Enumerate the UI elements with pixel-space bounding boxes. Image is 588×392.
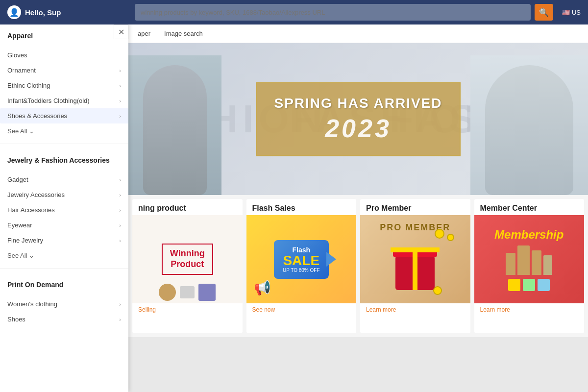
see-all-jewelry[interactable]: See All ⌄ <box>0 248 128 263</box>
gift-container <box>395 244 435 290</box>
member-item-2 <box>523 279 535 291</box>
flag-icon: 🇺🇸 <box>562 9 570 16</box>
chevron-right-icon: › <box>119 83 121 89</box>
winning-product-card: ning product WinningProduct Selling <box>132 199 243 333</box>
sidebar-item-gloves[interactable]: Gloves <box>0 48 128 63</box>
gift-ribbon-v <box>413 250 417 290</box>
flag-area: 🇺🇸 US <box>562 9 581 16</box>
search-input[interactable] <box>135 4 531 21</box>
apparel-title: Apparel <box>7 32 121 44</box>
sidebar-item-gadget[interactable]: Gadget › <box>0 172 128 187</box>
sidebar-item-infant[interactable]: Infant&Toddlers Clothing(old) › <box>0 93 128 108</box>
chevron-right-icon: › <box>119 98 121 104</box>
gift-box <box>395 256 435 290</box>
small-item-2 <box>180 286 195 298</box>
winning-card-footer[interactable]: Selling <box>132 303 243 317</box>
banner-person-right <box>470 55 588 195</box>
winning-product-title: WinningProduct <box>170 248 205 270</box>
winning-card-image: WinningProduct <box>132 215 243 303</box>
print-section: Print On Demand <box>0 273 128 293</box>
chevron-right-icon: › <box>119 192 121 198</box>
building-4 <box>543 255 552 275</box>
coin-1 <box>435 229 444 239</box>
search-area: 🔍 🇺🇸 US <box>135 4 581 21</box>
member-card-image: Membership <box>474 215 585 303</box>
search-icon: 🔍 <box>539 8 549 17</box>
flash-card-header: Flash Sales <box>246 199 357 215</box>
flash-card-image: Flash SALE UP TO 80% OFF 📢 <box>246 215 357 303</box>
apparel-section: Apparel <box>0 24 128 44</box>
chevron-right-icon: › <box>119 301 121 307</box>
chevron-right-icon: › <box>119 207 121 213</box>
chevron-right-icon: › <box>119 113 121 119</box>
member-content: Membership <box>494 228 564 291</box>
jewelry-section: Jewelry & Fashion Accessories <box>0 149 128 168</box>
sidebar-item-hair-accessories[interactable]: Hair Accessories › <box>0 202 128 218</box>
member-card-header: Member Center <box>474 199 585 215</box>
cards-section: ning product WinningProduct Selling <box>128 195 588 337</box>
divider-1 <box>0 144 128 144</box>
sidebar-item-jewelry-accessories[interactable]: Jewelry Accessories › <box>0 187 128 202</box>
person-silhouette-right <box>485 65 573 195</box>
banner-card-year: 2023 <box>274 114 442 143</box>
building-3 <box>532 250 541 275</box>
sidebar-item-shoes[interactable]: Shoes › <box>0 312 128 327</box>
chevron-right-icon: › <box>119 68 121 74</box>
main-content: aper Image search FASHION FASHION FASHIO… <box>128 24 588 392</box>
chevron-down-icon: ⌄ <box>29 127 34 135</box>
member-item-3 <box>538 279 550 291</box>
coin-3 <box>433 286 442 295</box>
flash-sales-card: Flash Sales Flash SALE UP TO 80% OFF 📢 <box>246 199 357 333</box>
winning-product-box: WinningProduct <box>162 244 213 274</box>
sub-nav: aper Image search <box>128 24 588 43</box>
flash-sale-container: Flash SALE UP TO 80% OFF <box>274 240 329 279</box>
close-icon: ✕ <box>118 27 124 37</box>
pro-card-footer[interactable]: Learn more <box>360 303 470 317</box>
banner-card-title: SPRING HAS ARRIVED <box>274 96 442 111</box>
chevron-right-icon: › <box>119 317 121 322</box>
sidebar-item-womens-clothing[interactable]: Women's clothing › <box>0 296 128 312</box>
sale-text: SALE <box>283 254 320 268</box>
chevron-right-icon: › <box>119 222 121 228</box>
sidebar-item-shoes-accessories[interactable]: Shoes & Accessories › <box>0 108 128 123</box>
winning-card-header: ning product <box>132 199 243 215</box>
small-item-1 <box>159 284 176 301</box>
membership-label: Membership <box>494 228 564 242</box>
jewelry-title: Jewelry & Fashion Accessories <box>7 156 121 168</box>
see-all-apparel[interactable]: See All ⌄ <box>0 123 128 139</box>
user-greeting: Hello, Sup <box>25 8 61 17</box>
chevron-right-icon: › <box>119 238 121 244</box>
divider-2 <box>0 268 128 269</box>
sidebar-item-eyewear[interactable]: Eyewear › <box>0 218 128 233</box>
pro-card-image: PRO MEMBER <box>360 215 470 303</box>
flash-sale-badge: Flash SALE UP TO 80% OFF <box>274 240 329 279</box>
sub-nav-wallpaper[interactable]: aper <box>136 30 152 37</box>
person-silhouette-left <box>143 65 207 195</box>
pro-member-card: Pro Member PRO MEMBER <box>360 199 470 333</box>
sidebar-item-ethnic[interactable]: Ethinc Clothing › <box>0 78 128 93</box>
user-greeting-area: 👤 Hello, Sup <box>7 5 135 19</box>
discount-text: UP TO 80% OFF <box>283 268 320 273</box>
buildings-decoration <box>506 245 552 275</box>
small-item-3 <box>198 284 216 301</box>
sidebar-item-ornament[interactable]: Ornament › <box>0 63 128 78</box>
search-button[interactable]: 🔍 <box>535 4 553 21</box>
banner-person-left <box>128 55 221 195</box>
close-button[interactable]: ✕ <box>114 24 128 39</box>
winning-small-items <box>159 284 216 301</box>
sidebar: ✕ Apparel Gloves Ornament › Ethinc Cloth… <box>0 24 128 392</box>
chevron-down-icon: ⌄ <box>29 252 34 259</box>
building-2 <box>517 245 530 275</box>
sub-nav-image-search[interactable]: Image search <box>162 30 205 37</box>
banner: FASHION FASHION FASHION SPRING HAS ARRIV… <box>128 43 588 195</box>
member-items <box>508 279 550 291</box>
member-card-footer[interactable]: Learn more <box>474 303 585 317</box>
print-title: Print On Demand <box>7 281 121 293</box>
header: 👤 Hello, Sup 🔍 🇺🇸 US <box>0 0 588 24</box>
sidebar-item-fine-jewelry[interactable]: Fine Jewelry › <box>0 233 128 248</box>
member-item-1 <box>508 279 520 291</box>
flash-card-footer[interactable]: See now <box>246 303 357 317</box>
banner-card: SPRING HAS ARRIVED 2023 <box>256 82 460 156</box>
megaphone-icon: 📢 <box>254 280 271 296</box>
flash-arrow-icon <box>326 252 336 267</box>
